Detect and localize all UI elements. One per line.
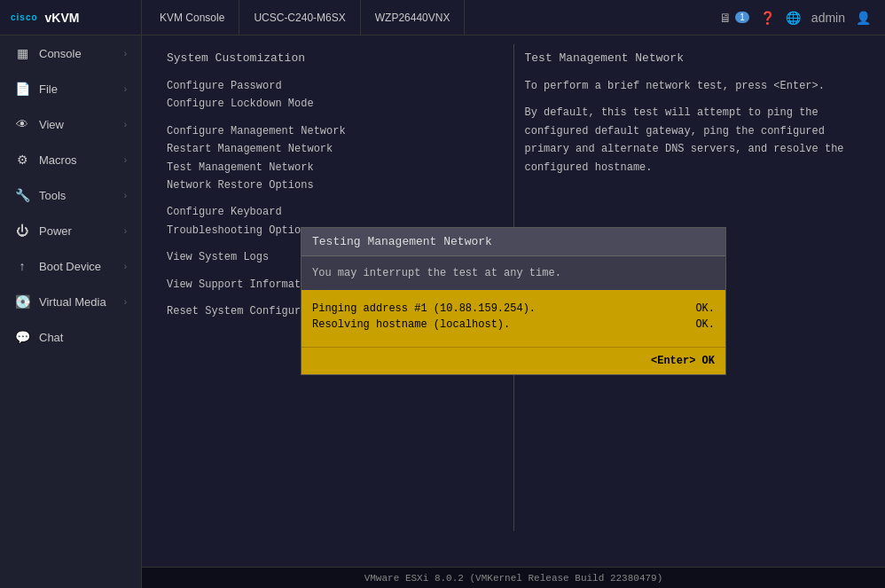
sidebar-item-chat[interactable]: 💬 Chat	[0, 319, 141, 355]
modal-ok-button[interactable]: <Enter> OK	[651, 355, 715, 367]
tools-icon: 🔧	[14, 188, 30, 202]
bottom-bar-text: VMware ESXi 8.0.2 (VMKernel Release Buil…	[364, 573, 663, 584]
brand-area: cisco vKVM	[0, 0, 142, 35]
chevron-right-icon: ›	[124, 120, 127, 129]
sidebar-item-boot-device[interactable]: ↑ Boot Device ›	[0, 248, 141, 284]
chevron-right-icon: ›	[124, 297, 127, 307]
modal-footer: <Enter> OK	[302, 347, 725, 374]
sidebar-item-label-chat: Chat	[39, 331, 63, 344]
modal-results: Pinging address #1 (10.88.159.254). OK. …	[302, 290, 725, 347]
ping-result-2-status: OK.	[695, 318, 715, 331]
sidebar-item-virtual-media[interactable]: 💽 Virtual Media ›	[0, 284, 141, 319]
esxi-menu-configure-mgmt[interactable]: Configure Management Network	[167, 122, 503, 140]
kvm-terminal: System Customization Configure Password …	[142, 35, 885, 567]
sidebar-item-macros[interactable]: ⚙ Macros ›	[0, 142, 141, 177]
sidebar-item-label-boot-device: Boot Device	[39, 260, 101, 273]
esxi-menu-network-restore[interactable]: Network Restore Options	[167, 176, 503, 194]
sidebar-item-tools[interactable]: 🔧 Tools ›	[0, 177, 141, 213]
globe-icon[interactable]: 🌐	[786, 11, 801, 25]
modal-subtitle: You may interrupt the test at any time.	[302, 256, 725, 290]
user-icon[interactable]: 👤	[856, 11, 871, 25]
sidebar-item-file[interactable]: 📄 File ›	[0, 71, 141, 106]
admin-label[interactable]: admin	[811, 11, 845, 25]
chevron-right-icon: ›	[124, 191, 127, 200]
main-layout: ▦ Console › 📄 File › 👁 View › ⚙ Macros ›…	[0, 35, 885, 588]
ping-result-1: Pinging address #1 (10.88.159.254). OK.	[312, 302, 715, 315]
boot-icon: ↑	[14, 259, 30, 273]
esxi-left-title: System Customization	[167, 51, 503, 65]
power-icon: ⏻	[14, 223, 30, 238]
ping-result-1-status: OK.	[695, 302, 715, 315]
app-title: vKVM	[45, 11, 80, 25]
modal-title: Testing Management Network	[302, 228, 725, 256]
chevron-right-icon: ›	[124, 155, 127, 165]
chat-icon: 💬	[14, 330, 30, 344]
chevron-right-icon: ›	[124, 49, 127, 59]
sidebar-item-label-view: View	[39, 118, 64, 131]
chevron-right-icon: ›	[124, 262, 127, 271]
bottom-bar: VMware ESXi 8.0.2 (VMKernel Release Buil…	[142, 567, 885, 588]
view-icon: 👁	[14, 117, 30, 131]
monitor-badge: 1	[735, 12, 749, 23]
chevron-right-icon: ›	[124, 84, 127, 94]
sidebar-item-power[interactable]: ⏻ Power ›	[0, 213, 141, 248]
sidebar-item-label-power: Power	[39, 224, 72, 238]
file-icon: 📄	[14, 82, 30, 96]
esxi-right-title: Test Management Network	[525, 51, 861, 65]
esxi-right-desc-line2: By default, this test will attempt to pi…	[525, 104, 861, 176]
topbar: cisco vKVM KVM Console UCSC-C240-M6SX WZ…	[0, 0, 885, 35]
help-icon[interactable]: ❓	[760, 11, 775, 25]
tab-kvm-console[interactable]: KVM Console	[145, 0, 239, 35]
sidebar-item-label-file: File	[39, 82, 58, 96]
virtual-media-icon: 💽	[14, 294, 30, 309]
sidebar-item-label-tools: Tools	[39, 189, 66, 202]
esxi-menu-configure-keyboard[interactable]: Configure Keyboard	[167, 203, 503, 221]
esxi-menu-test-mgmt[interactable]: Test Management Network	[167, 159, 503, 176]
sidebar-item-label-virtual-media: Virtual Media	[39, 295, 106, 309]
kvm-screen: System Customization Configure Password …	[142, 35, 885, 567]
sidebar-item-view[interactable]: 👁 View ›	[0, 106, 141, 142]
testing-network-modal: Testing Management Network You may inter…	[301, 227, 726, 375]
cisco-logo: cisco	[11, 12, 38, 22]
topbar-icons: 🖥 1 ❓ 🌐 admin 👤	[705, 11, 885, 25]
tab-ucsc[interactable]: UCSC-C240-M6SX	[239, 0, 360, 35]
chevron-right-icon: ›	[124, 226, 127, 236]
ping-result-2-label: Resolving hostname (localhost).	[312, 318, 510, 331]
topbar-tabs: KVM Console UCSC-C240-M6SX WZP26440VNX	[142, 0, 705, 35]
ping-result-2: Resolving hostname (localhost). OK.	[312, 318, 715, 331]
sidebar: ▦ Console › 📄 File › 👁 View › ⚙ Macros ›…	[0, 35, 142, 588]
content-area: System Customization Configure Password …	[142, 35, 885, 588]
esxi-menu-restart-mgmt[interactable]: Restart Management Network	[167, 140, 503, 158]
esxi-menu-configure-password[interactable]: Configure Password	[167, 77, 503, 95]
sidebar-item-console[interactable]: ▦ Console ›	[0, 35, 141, 71]
macros-icon: ⚙	[14, 153, 30, 167]
tab-wzp[interactable]: WZP26440VNX	[361, 0, 466, 35]
ping-result-1-label: Pinging address #1 (10.88.159.254).	[312, 302, 536, 315]
sidebar-item-label-macros: Macros	[39, 153, 77, 167]
monitor-icon[interactable]: 🖥 1	[719, 11, 749, 25]
sidebar-item-label-console: Console	[39, 47, 82, 60]
console-icon: ▦	[14, 46, 30, 60]
esxi-right-desc-line1: To perform a brief network test, press <…	[525, 77, 861, 95]
esxi-menu-configure-lockdown[interactable]: Configure Lockdown Mode	[167, 95, 503, 113]
